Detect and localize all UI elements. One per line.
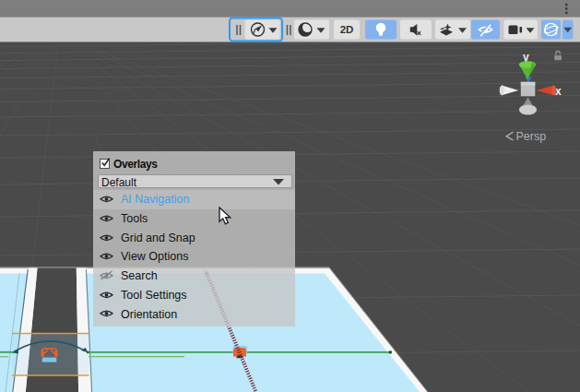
svg-text:2D: 2D — [340, 24, 354, 35]
svg-text:Persp: Persp — [516, 130, 547, 143]
